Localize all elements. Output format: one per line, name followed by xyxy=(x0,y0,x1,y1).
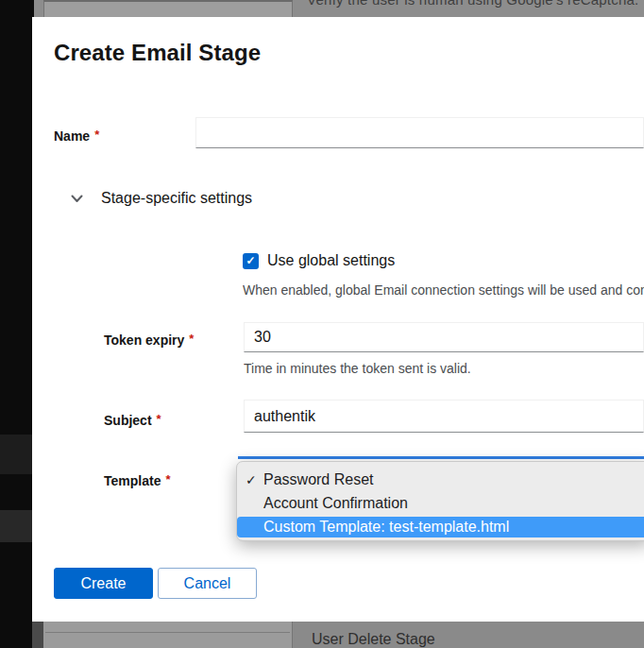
use-global-settings-label: Use global settings xyxy=(267,252,395,269)
token-expiry-help: Time in minutes the token sent is valid. xyxy=(244,361,644,376)
dropdown-option-label: Account Confirmation xyxy=(263,495,408,512)
dropdown-option-label: Custom Template: test-template.html xyxy=(263,519,509,536)
selected-check-icon: ✓ xyxy=(246,472,263,487)
token-expiry-label: Token expiry* xyxy=(104,333,194,348)
backdrop-table-cell-top xyxy=(43,0,293,17)
use-global-settings-help: When enabled, global Email connection se… xyxy=(243,282,644,298)
stage-specific-settings-title: Stage-specific settings xyxy=(101,190,252,207)
dropdown-option-label: Password Reset xyxy=(263,471,374,488)
template-dropdown-menu: ✓ Password Reset Account Confirmation Cu… xyxy=(236,461,644,541)
screen: Verify the user is human using Google's … xyxy=(0,0,644,648)
use-global-settings-checkbox[interactable]: ✓ xyxy=(243,253,259,269)
template-label-text: Template xyxy=(104,473,161,488)
template-select-focus-border[interactable] xyxy=(238,456,644,459)
chevron-down-icon xyxy=(70,192,83,205)
subject-label: Subject* xyxy=(104,413,161,428)
backdrop-left-sidebar xyxy=(0,0,32,648)
backdrop-top-strip: Verify the user is human using Google's … xyxy=(0,0,644,17)
name-input[interactable] xyxy=(195,117,644,148)
name-label: Name* xyxy=(54,128,99,144)
dropdown-option-account-confirmation[interactable]: Account Confirmation xyxy=(237,491,644,515)
subject-label-text: Subject xyxy=(104,413,152,428)
dropdown-option-custom-template[interactable]: Custom Template: test-template.html xyxy=(237,517,644,537)
modal-title: Create Email Stage xyxy=(54,40,261,66)
create-button[interactable]: Create xyxy=(54,568,153,599)
backdrop-sidebar-item xyxy=(0,510,32,542)
backdrop-user-delete-stage-text: User Delete Stage xyxy=(312,631,435,648)
required-asterisk: * xyxy=(189,332,194,346)
name-label-text: Name xyxy=(54,128,90,144)
backdrop-table-row-divider xyxy=(45,632,290,633)
cancel-button-label: Cancel xyxy=(184,575,231,592)
backdrop-recaptcha-text: Verify the user is human using Google's … xyxy=(307,0,638,8)
backdrop-bottom-strip: User Delete Stage xyxy=(32,622,644,648)
backdrop-table-cell-bottom xyxy=(43,622,293,648)
dropdown-option-password-reset[interactable]: ✓ Password Reset xyxy=(237,468,644,491)
token-expiry-label-text: Token expiry xyxy=(104,333,184,348)
use-global-settings-row[interactable]: ✓ Use global settings xyxy=(243,252,395,269)
required-asterisk: * xyxy=(165,472,170,486)
stage-specific-settings-toggle[interactable]: Stage-specific settings xyxy=(70,190,252,207)
subject-input[interactable] xyxy=(244,400,644,433)
checkbox-check-icon: ✓ xyxy=(246,255,255,266)
template-label: Template* xyxy=(104,473,171,488)
backdrop-bottom-gutter xyxy=(32,622,43,648)
token-expiry-input[interactable] xyxy=(244,322,644,352)
backdrop-sidebar-item xyxy=(0,435,32,474)
create-button-label: Create xyxy=(80,575,126,592)
cancel-button[interactable]: Cancel xyxy=(158,568,257,599)
required-asterisk: * xyxy=(94,128,99,142)
required-asterisk: * xyxy=(157,412,161,426)
